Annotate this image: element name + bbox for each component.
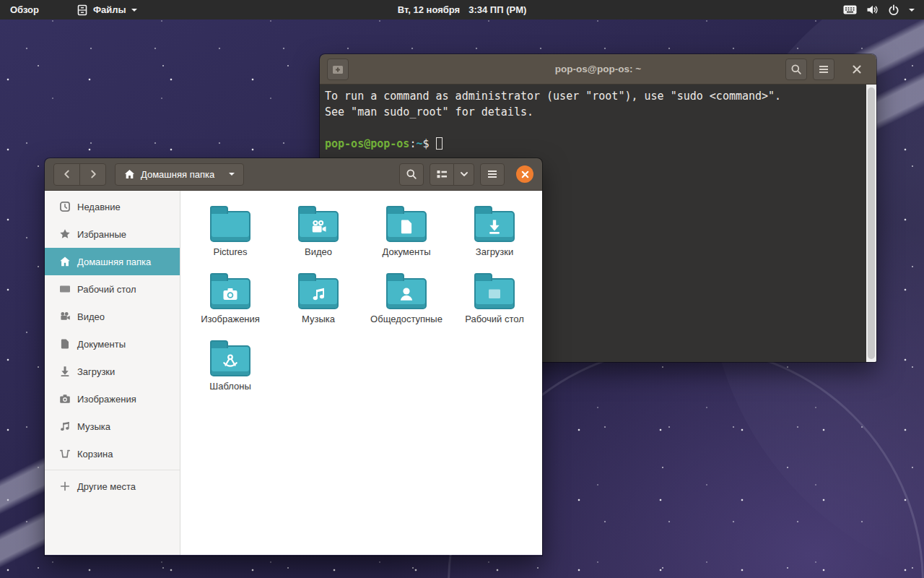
back-icon: [62, 169, 72, 179]
clock-date: Вт, 12 ноября: [398, 4, 461, 15]
sidebar-item-label: Музыка: [77, 421, 110, 432]
sidebar-item-label: Загрузки: [77, 366, 115, 377]
sidebar-item-label: Документы: [77, 339, 126, 350]
menu-icon: [819, 65, 829, 74]
folder-tile-templates[interactable]: Шаблоны: [186, 339, 274, 392]
list-view-icon: [436, 168, 448, 180]
sidebar-item-label: Домашняя папка: [77, 256, 151, 267]
sidebar-item-label: Другие места: [77, 481, 136, 492]
folder-templates-icon: [210, 345, 250, 376]
sidebar-item-downloads[interactable]: Загрузки: [45, 358, 180, 385]
download-glyph: [485, 217, 504, 236]
folder-desktop-icon: [474, 278, 515, 309]
folder-label: Общедоступные: [370, 314, 443, 324]
files-app-icon: [77, 4, 88, 16]
close-icon: [852, 64, 862, 74]
sidebar-item-label: Корзина: [77, 449, 113, 460]
recent-icon: [59, 201, 71, 212]
view-options-button[interactable]: [453, 163, 474, 186]
new-tab-button[interactable]: [327, 59, 349, 80]
sidebar-item-home[interactable]: Домашняя папка: [45, 248, 180, 275]
terminal-prompt: pop-os@pop-os:~$: [325, 136, 859, 152]
music-glyph: [309, 285, 328, 303]
sidebar-item-pictures[interactable]: Изображения: [45, 385, 180, 413]
back-button[interactable]: [53, 163, 80, 186]
prompt-user: pop-os@pop-os: [325, 137, 409, 150]
files-menu-button[interactable]: [480, 163, 505, 186]
camera-glyph: [221, 285, 240, 303]
path-bar-button[interactable]: Домашняя папка: [115, 163, 244, 186]
folder-label: Шаблоны: [209, 381, 251, 392]
folder-tile-pictures-en[interactable]: Pictures: [186, 204, 274, 257]
terminal-title: pop-os@pop-os: ~: [555, 64, 641, 74]
chevron-down-icon: [229, 173, 235, 176]
sidebar-item-recent[interactable]: Недавние: [45, 193, 180, 220]
folder-label: Рабочий стол: [465, 314, 524, 324]
prompt-symbol: $: [422, 137, 429, 150]
clock-button[interactable]: Вт, 12 ноября 3:34 ПП (PM): [398, 0, 527, 20]
home-icon: [124, 169, 135, 179]
folder-icon: [210, 211, 250, 242]
folder-label: Видео: [305, 246, 332, 257]
files-window: Домашняя папка: [45, 158, 542, 556]
terminal-menu-button[interactable]: [813, 59, 834, 80]
volume-icon: [866, 4, 879, 15]
star-icon: [59, 228, 71, 240]
folder-tile-music[interactable]: Музыка: [274, 272, 362, 324]
system-status-area[interactable]: [834, 0, 924, 20]
search-icon: [790, 64, 802, 75]
sidebar-separator: [45, 470, 180, 470]
search-icon: [406, 168, 417, 180]
files-sidebar: Недавние Избранные Домашняя папка: [45, 191, 180, 555]
compass-glyph: [221, 352, 240, 371]
folder-music-icon: [298, 278, 339, 309]
document-icon: [59, 338, 71, 350]
sidebar-item-label: Видео: [77, 311, 105, 322]
scrollbar-thumb[interactable]: [868, 87, 875, 359]
download-icon: [59, 366, 71, 377]
terminal-scrollbar[interactable]: [866, 85, 876, 362]
path-bar-label: Домашняя папка: [141, 169, 214, 180]
music-icon: [59, 420, 71, 432]
forward-button[interactable]: [79, 163, 106, 186]
view-toggle-button[interactable]: [430, 163, 454, 186]
app-menu-label: Файлы: [93, 4, 126, 15]
terminal-close-button[interactable]: [846, 59, 868, 80]
video-glyph: [309, 217, 328, 236]
folder-tile-desktop[interactable]: Рабочий стол: [450, 272, 539, 324]
clock-time: 3:34 ПП (PM): [468, 4, 526, 15]
folder-tile-videos[interactable]: Видео: [274, 204, 362, 257]
sidebar-item-other-places[interactable]: Другие места: [45, 473, 180, 500]
close-icon: [521, 171, 529, 178]
files-search-button[interactable]: [399, 163, 424, 186]
activities-button[interactable]: Обзор: [0, 0, 49, 20]
sidebar-item-starred[interactable]: Избранные: [45, 220, 180, 248]
terminal-output-line: To run a command as administrator (user …: [325, 88, 859, 104]
folder-tile-pictures[interactable]: Изображения: [186, 272, 274, 324]
sidebar-item-label: Избранные: [77, 229, 126, 240]
sidebar-item-documents[interactable]: Документы: [45, 330, 180, 358]
sidebar-item-videos[interactable]: Видео: [45, 303, 180, 330]
folder-tile-public[interactable]: Общедоступные: [362, 272, 450, 324]
files-titlebar: Домашняя папка: [45, 158, 542, 191]
folder-downloads-icon: [474, 211, 515, 242]
folder-tile-documents[interactable]: Документы: [362, 204, 450, 257]
files-content-area: Pictures Видео: [180, 191, 542, 555]
screen-glyph: [485, 285, 504, 303]
sidebar-item-label: Недавние: [77, 202, 121, 212]
new-tab-icon: [331, 64, 344, 76]
sidebar-item-trash[interactable]: Корзина: [45, 440, 180, 467]
folder-label: Изображения: [201, 314, 260, 324]
plus-icon: [59, 480, 71, 492]
folder-label: Музыка: [302, 314, 335, 324]
files-close-button[interactable]: [516, 165, 533, 183]
top-bar: Обзор Файлы Вт, 12 ноября 3:34 ПП (PM): [0, 0, 924, 20]
chevron-down-icon: [909, 9, 915, 12]
sidebar-item-music[interactable]: Музыка: [45, 413, 180, 440]
terminal-search-button[interactable]: [785, 59, 807, 80]
folder-tile-downloads[interactable]: Загрузки: [450, 204, 539, 257]
terminal-titlebar: pop-os@pop-os: ~: [320, 54, 876, 85]
sidebar-item-desktop[interactable]: Рабочий стол: [45, 275, 180, 303]
trash-icon: [59, 448, 71, 460]
app-menu-button[interactable]: Файлы: [68, 0, 146, 20]
